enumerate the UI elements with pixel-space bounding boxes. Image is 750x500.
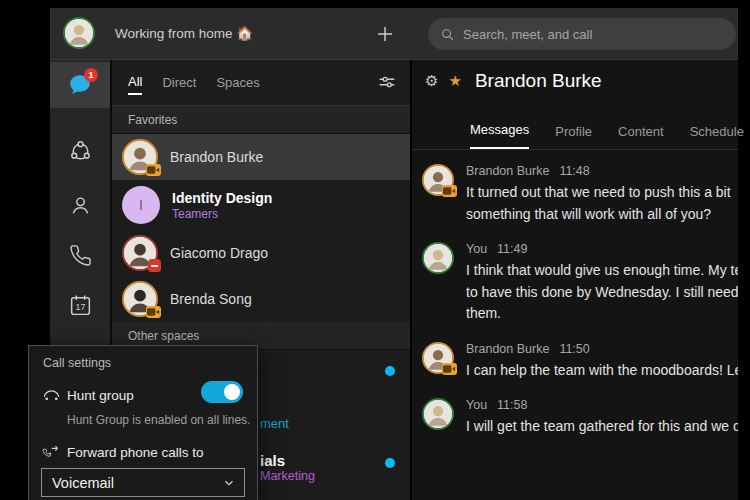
message-author: You <box>466 398 487 412</box>
message: You11:58 I will get the team gathered fo… <box>422 398 738 438</box>
in-call-camera-badge <box>146 164 161 176</box>
list-item-brenda-song[interactable]: Brenda Song <box>112 276 410 322</box>
unread-dot <box>385 458 395 468</box>
forward-destination-dropdown[interactable]: Voicemail <box>41 468 245 497</box>
avatar <box>122 235 158 271</box>
forward-calls-icon <box>42 444 60 460</box>
nav-calling[interactable] <box>50 232 110 278</box>
chevron-down-icon <box>222 476 236 490</box>
in-call-camera-badge <box>442 363 457 375</box>
hunt-group-toggle[interactable] <box>201 381 243 403</box>
teams-spaces-icon <box>68 139 93 164</box>
message: You11:49 I think that would give us enou… <box>422 242 738 325</box>
self-avatar[interactable] <box>63 17 95 49</box>
nav-meetings[interactable]: 17 <box>50 282 110 328</box>
gear-icon[interactable]: ⚙ <box>425 72 438 90</box>
message-author: You <box>466 242 487 256</box>
avatar <box>422 242 454 274</box>
contacts-person-icon <box>68 193 93 218</box>
add-plus-icon[interactable] <box>375 24 395 44</box>
message-list[interactable]: Brandon Burke11:48 It turned out that we… <box>412 151 738 500</box>
in-call-camera-badge <box>442 185 457 197</box>
calendar-icon: 17 <box>68 293 93 318</box>
conversation-panel: ⚙ ★ Brandon Burke Messages Profile Conte… <box>412 60 738 500</box>
message-time: 11:48 <box>559 164 589 178</box>
dnd-badge <box>148 259 161 272</box>
nav-messaging[interactable]: 1 <box>50 62 110 108</box>
message-text: I will get the team gathered for this an… <box>466 416 738 438</box>
message-time: 11:49 <box>497 242 527 256</box>
list-item-identity-design[interactable]: I Identity Design Teamers <box>112 180 410 230</box>
hidden-row-text-fragment[interactable]: ials <box>260 452 285 469</box>
contact-name: Brandon Burke <box>170 149 263 165</box>
message-author: Brandon Burke <box>466 164 549 178</box>
tab-profile[interactable]: Profile <box>555 124 592 149</box>
nav-teams[interactable] <box>50 128 110 174</box>
team-label: Teamers <box>172 207 272 221</box>
tab-direct[interactable]: Direct <box>162 71 196 94</box>
forward-calls-label: Forward phone calls to <box>67 445 204 460</box>
message-text: to have this done by Wednesday. I still … <box>466 282 738 304</box>
unread-dot <box>385 366 395 376</box>
favorites-section-header: Favorites <box>112 106 410 134</box>
in-call-camera-badge <box>146 306 161 318</box>
tab-content[interactable]: Content <box>618 124 664 149</box>
popup-title: Call settings <box>43 356 111 370</box>
space-name: Identity Design <box>172 190 272 206</box>
favorite-star-icon[interactable]: ★ <box>448 72 461 90</box>
tab-all[interactable]: All <box>128 70 142 95</box>
chat-list-tabs: All Direct Spaces <box>112 60 410 106</box>
top-bar: Working from home 🏠 <box>50 8 738 60</box>
hidden-row-text-fragment[interactable]: ment <box>260 416 289 431</box>
phone-icon <box>69 244 92 267</box>
message-time: 11:50 <box>559 342 589 356</box>
message: Brandon Burke11:48 It turned out that we… <box>422 164 738 225</box>
message: Brandon Burke11:50 I can help the team w… <box>422 342 738 382</box>
hunt-group-icon <box>42 387 61 402</box>
message-text: something that will work with all of you… <box>466 204 738 226</box>
tab-messages[interactable]: Messages <box>470 122 529 149</box>
message-text: I think that would give us enough time. … <box>466 260 738 282</box>
unread-count-badge: 1 <box>84 68 98 82</box>
avatar <box>422 342 454 374</box>
conversation-header: ⚙ ★ Brandon Burke <box>412 60 738 102</box>
other-spaces-label: Other spaces <box>128 329 199 343</box>
favorites-label: Favorites <box>128 113 177 127</box>
space-letter-avatar: I <box>122 186 160 224</box>
conversation-tabs: Messages Profile Content Schedule <box>412 102 738 150</box>
avatar <box>122 281 158 317</box>
hunt-group-label: Hunt group <box>67 388 134 403</box>
self-status-text[interactable]: Working from home 🏠 <box>115 8 253 60</box>
webex-app-screenshot: { "header": { "status_text": "Working fr… <box>0 0 750 500</box>
contact-name: Giacomo Drago <box>170 245 268 261</box>
tab-spaces[interactable]: Spaces <box>216 71 259 94</box>
conversation-title: Brandon Burke <box>475 70 602 92</box>
avatar <box>422 164 454 196</box>
hunt-group-description: Hunt Group is enabled on all lines. <box>67 413 250 427</box>
avatar <box>422 398 454 430</box>
list-item-brandon-burke[interactable]: Brandon Burke <box>112 134 410 180</box>
message-text: them. <box>466 303 738 325</box>
message-time: 11:58 <box>497 398 527 412</box>
tab-schedule[interactable]: Schedule <box>690 124 744 149</box>
message-author: Brandon Burke <box>466 342 549 356</box>
list-item-giacomo-drago[interactable]: Giacomo Drago <box>112 230 410 276</box>
filter-tune-icon[interactable] <box>376 71 398 93</box>
nav-contacts[interactable] <box>50 182 110 228</box>
calendar-day-number: 17 <box>75 302 85 312</box>
contact-name: Brenda Song <box>170 291 252 307</box>
call-settings-popup: Call settings Hunt group Hunt Group is e… <box>28 345 258 500</box>
message-text: I can help the team with the moodboards!… <box>466 360 738 382</box>
search-input[interactable] <box>463 27 703 42</box>
hidden-row-team-fragment: Marketing <box>260 469 315 483</box>
dropdown-value: Voicemail <box>52 475 114 491</box>
search-bar[interactable] <box>428 18 736 50</box>
message-text: It turned out that we need to push this … <box>466 182 738 204</box>
avatar <box>122 139 158 175</box>
search-icon <box>440 27 455 42</box>
